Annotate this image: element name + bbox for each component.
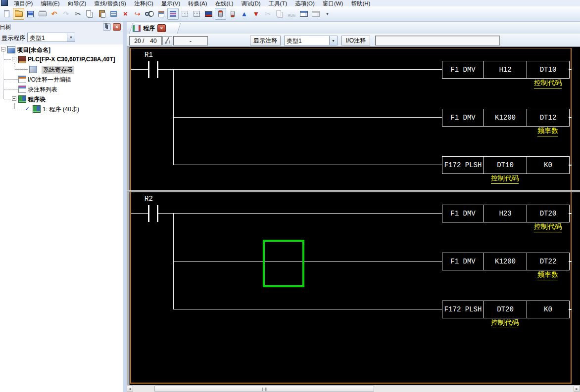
status-display-2-icon[interactable] bbox=[310, 8, 321, 20]
show-comment-icon[interactable] bbox=[167, 8, 179, 20]
tree-item-6[interactable]: 程序块 bbox=[0, 94, 123, 104]
tree-item-2[interactable]: PLC[FP-X C30,60T/P,C38A,40T] bbox=[0, 54, 123, 64]
menu-item-9[interactable]: 调试(D) bbox=[238, 0, 265, 7]
tree-item-label[interactable]: 1: 程序 (40步) bbox=[43, 105, 79, 114]
tree-item-label[interactable]: 程序块 bbox=[28, 95, 46, 104]
menu-item-11[interactable]: 选项(O) bbox=[291, 0, 319, 7]
upload-to-plc-icon[interactable]: ▲ bbox=[239, 8, 250, 20]
scrollbar-grip-icon bbox=[262, 388, 267, 391]
insert-row-icon[interactable] bbox=[108, 8, 119, 20]
io-comment-list-icon[interactable] bbox=[155, 8, 167, 20]
scroll-left-button[interactable]: ◄ bbox=[127, 386, 133, 392]
undo-icon[interactable]: ↶ bbox=[48, 8, 60, 20]
tree-item-label[interactable]: 块注释列表 bbox=[28, 86, 57, 94]
tree-item-label[interactable]: I/O注释一并编辑 bbox=[28, 76, 71, 84]
tree-item-label[interactable]: PLC[FP-X C30,60T/P,C38A,40T] bbox=[28, 56, 115, 63]
menu-item-4[interactable]: 查找/替换(S) bbox=[90, 0, 130, 7]
word-comment-icon[interactable] bbox=[179, 8, 191, 20]
chevron-down-icon[interactable]: ▼ bbox=[67, 33, 75, 42]
menu-item-2[interactable]: 编辑(E) bbox=[37, 0, 63, 7]
tree-expander-icon[interactable] bbox=[12, 96, 16, 101]
new-file-icon[interactable] bbox=[1, 8, 12, 20]
find-icon[interactable] bbox=[144, 8, 155, 20]
panel-close-button[interactable]: × bbox=[113, 23, 121, 31]
run-mode-icon[interactable]: RUN bbox=[286, 8, 297, 20]
io-comment-button[interactable]: I/O注释 bbox=[341, 36, 370, 45]
tree-item-5[interactable]: 块注释列表 bbox=[0, 84, 123, 94]
scrollbar-thumb[interactable] bbox=[154, 386, 374, 392]
tree-item-3[interactable]: 系统寄存器 bbox=[0, 64, 123, 74]
show-program-label[interactable]: 显示程序 bbox=[1, 34, 25, 43]
contact-symbol[interactable] bbox=[148, 61, 149, 78]
toolbar-overflow-icon[interactable]: ▾ bbox=[322, 8, 333, 20]
operand-comment: 频率数 bbox=[537, 270, 558, 280]
ladder-editor[interactable]: R1 F1 DMV H12 DT10 控制代码 F1 DMV K1200 DT1… bbox=[127, 46, 580, 385]
instruction-box[interactable]: F1 DMV K1200 DT22 bbox=[442, 253, 570, 270]
main-toolbar: ↶↷✂×↪▲▼✂RUN▾ bbox=[0, 6, 580, 22]
download-from-plc-icon[interactable]: ▼ bbox=[250, 8, 262, 20]
comment-type-select[interactable]: 类型1 ▼ bbox=[284, 36, 338, 45]
tree-item-1[interactable]: 项目[未命名] bbox=[0, 44, 123, 54]
redo-icon[interactable]: ↷ bbox=[60, 8, 72, 20]
chevron-down-icon[interactable]: ▼ bbox=[329, 36, 337, 45]
menu-bar: 项目(P)编辑(E)向导(Z)查找/替换(S)注释(C)显示(V)转换(A)在线… bbox=[0, 0, 580, 7]
editor-toolbar: 20 / 40 - 显示注释 类型1 ▼ I/O注释 bbox=[127, 34, 580, 46]
project-icon bbox=[7, 46, 15, 53]
print-icon[interactable] bbox=[37, 8, 48, 20]
top-rail bbox=[130, 48, 572, 48]
device-monitor-icon[interactable] bbox=[215, 8, 226, 20]
project-tree: 项目[未命名]PLC[FP-X C30,60T/P,C38A,40T]系统寄存器… bbox=[0, 44, 123, 392]
online-edit-2-icon[interactable] bbox=[274, 8, 286, 20]
tree-item-label[interactable]: 项目[未命名] bbox=[17, 46, 50, 54]
menu-item-3[interactable]: 向导(Z) bbox=[64, 0, 91, 7]
instruction-box[interactable]: F172 PLSH DT10 K0 bbox=[442, 156, 570, 174]
jump-to-icon[interactable]: ↪ bbox=[132, 8, 143, 20]
right-power-rail bbox=[571, 48, 572, 384]
menu-item-7[interactable]: 转换(A) bbox=[184, 0, 211, 7]
note-comment-icon[interactable] bbox=[191, 8, 202, 20]
delete-row-icon[interactable]: × bbox=[120, 8, 131, 20]
contact-symbol[interactable] bbox=[157, 61, 158, 78]
menu-item-12[interactable]: 窗口(W) bbox=[319, 0, 347, 7]
show-comment-button[interactable]: 显示注释 bbox=[250, 36, 281, 45]
cut-icon[interactable]: ✂ bbox=[72, 8, 84, 20]
menu-item-5[interactable]: 注释(C) bbox=[130, 0, 157, 7]
open-folder-icon[interactable] bbox=[13, 8, 24, 20]
tree-item-4[interactable]: I/O注释一并编辑 bbox=[0, 74, 123, 84]
instruction-box[interactable]: F1 DMV H23 DT20 bbox=[442, 205, 570, 222]
horizontal-scrollbar[interactable]: ◄ ► bbox=[127, 385, 580, 392]
contact-symbol[interactable] bbox=[148, 205, 149, 222]
menu-item-6[interactable]: 显示(V) bbox=[157, 0, 184, 7]
panel-title: 项目树 bbox=[0, 23, 11, 32]
status-display-icon[interactable] bbox=[298, 8, 309, 20]
online-edit-1-icon[interactable]: ✂ bbox=[262, 8, 274, 20]
menu-item-13[interactable]: 帮助(H) bbox=[347, 0, 374, 7]
menu-item-8[interactable]: 在线(L) bbox=[211, 0, 238, 7]
instruction-box[interactable]: F172 PLSH DT20 K0 bbox=[442, 301, 570, 318]
contact-symbol[interactable] bbox=[157, 205, 158, 222]
fpwin-application: 项目(P)编辑(E)向导(Z)查找/替换(S)注释(C)显示(V)转换(A)在线… bbox=[0, 0, 580, 392]
instruction-box[interactable]: F1 DMV H12 DT10 bbox=[442, 61, 570, 79]
tab-program[interactable]: 程序 × bbox=[131, 23, 178, 34]
scroll-right-button[interactable]: ► bbox=[574, 386, 580, 392]
instruction-box[interactable]: F1 DMV K1200 DT12 bbox=[442, 109, 570, 127]
paste-icon[interactable] bbox=[96, 8, 107, 20]
test-mode-icon[interactable] bbox=[227, 8, 238, 20]
tree-item-label[interactable]: 系统寄存器 bbox=[42, 66, 74, 74]
menu-item-1[interactable]: 项目(P) bbox=[10, 0, 37, 7]
tree-expander-icon[interactable] bbox=[12, 57, 16, 61]
monitor-display-icon[interactable] bbox=[203, 8, 214, 20]
monitor-stop-button[interactable] bbox=[162, 36, 172, 45]
menu-item-10[interactable]: 工具(T) bbox=[265, 0, 291, 7]
save-icon[interactable] bbox=[25, 8, 36, 20]
comment-display-field bbox=[375, 36, 500, 45]
tree-item-7[interactable]: ✓1: 程序 (40步) bbox=[0, 104, 123, 114]
pin-button[interactable] bbox=[103, 23, 111, 31]
tab-close-button[interactable]: × bbox=[157, 24, 166, 32]
editor-tab-bar: 程序 × bbox=[127, 22, 580, 34]
tree-expander-icon[interactable] bbox=[1, 47, 5, 51]
tree-type-select[interactable]: 类型1 ▼ bbox=[27, 33, 75, 42]
panel-splitter[interactable] bbox=[123, 22, 127, 392]
step-indicator: 20 / 40 bbox=[129, 36, 162, 45]
copy-icon[interactable] bbox=[84, 8, 96, 20]
